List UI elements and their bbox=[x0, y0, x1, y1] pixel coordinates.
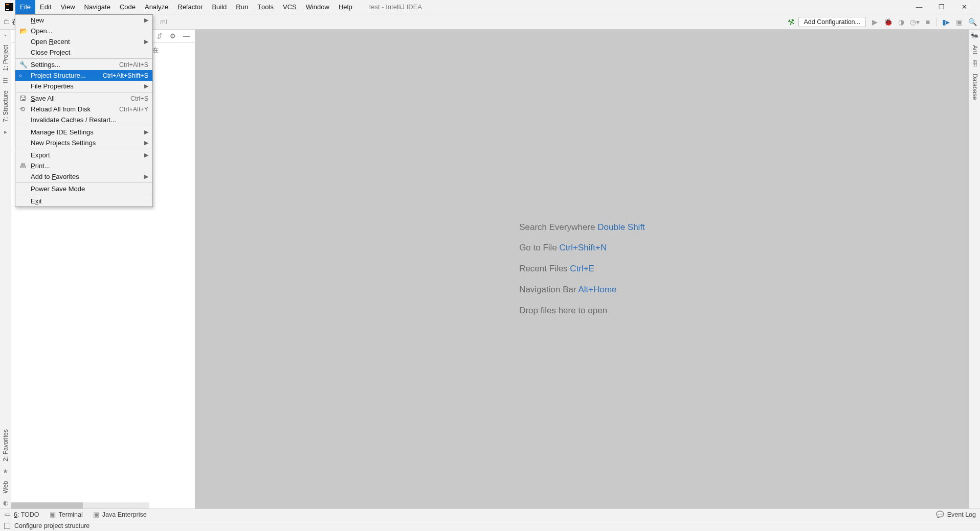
file-menu-item-exit[interactable]: Exit bbox=[15, 196, 152, 206]
submenu-arrow-icon: ▶ bbox=[144, 173, 148, 180]
menu-edit[interactable]: Edit bbox=[35, 0, 56, 14]
event-log-tab[interactable]: 💬 Event Log bbox=[936, 511, 976, 518]
vcs-icon[interactable]: ▮▸ bbox=[941, 18, 950, 26]
file-menu-item-open---[interactable]: 📂Open... bbox=[15, 26, 152, 36]
bottom-tab-6--todo[interactable]: ≔6: TODO bbox=[4, 511, 39, 518]
add-configuration-button[interactable]: Add Configuration... bbox=[798, 17, 866, 27]
horizontal-scrollbar[interactable] bbox=[11, 502, 149, 509]
minimize-button[interactable]: — bbox=[916, 3, 923, 11]
file-menu-item-close-project[interactable]: Close Project bbox=[15, 47, 152, 58]
file-menu-item-export[interactable]: Export▶ bbox=[15, 150, 152, 160]
menu-file[interactable]: File bbox=[15, 0, 35, 14]
tool-windows-toggle-icon[interactable] bbox=[4, 523, 10, 529]
menu-refactor[interactable]: Refactor bbox=[173, 0, 207, 14]
bottom-tool-bar: ≔6: TODO▣Terminal▣Java Enterprise 💬 Even… bbox=[0, 509, 980, 520]
star-icon: ★ bbox=[3, 468, 8, 475]
file-menu-item-save-all[interactable]: 🖫Save AllCtrl+S bbox=[15, 93, 152, 104]
pin-icon: ▸ bbox=[4, 128, 7, 135]
file-menu-item-new-projects-settings[interactable]: New Projects Settings▶ bbox=[15, 137, 152, 148]
svg-rect-2 bbox=[6, 9, 9, 10]
menu-item-label: Add to Favorites bbox=[31, 173, 144, 180]
menu-tools[interactable]: Tools bbox=[253, 0, 278, 14]
menu-run[interactable]: Run bbox=[231, 0, 253, 14]
menu-help[interactable]: Help bbox=[334, 0, 357, 14]
tool-tab-structure[interactable]: 7: Structure bbox=[2, 90, 9, 122]
submenu-arrow-icon: ▶ bbox=[144, 17, 148, 24]
event-log-label: Event Log bbox=[947, 511, 976, 518]
menu-window[interactable]: Window bbox=[301, 0, 334, 14]
submenu-arrow-icon: ▶ bbox=[144, 83, 148, 89]
menu-navigate[interactable]: Navigate bbox=[80, 0, 115, 14]
menubar: FileEditViewNavigateCodeAnalyzeRefactorB… bbox=[15, 0, 357, 14]
menu-item-label: Open Recent bbox=[31, 38, 144, 45]
menu-item-label: Export bbox=[31, 151, 144, 159]
menu-vcs[interactable]: VCS bbox=[278, 0, 301, 14]
submenu-arrow-icon: ▶ bbox=[144, 140, 148, 146]
menu-item-label: New bbox=[31, 16, 144, 24]
file-menu-item-open-recent[interactable]: Open Recent▶ bbox=[15, 36, 152, 47]
debug-icon[interactable]: 🐞 bbox=[883, 18, 893, 26]
tool-tab-favorites[interactable]: 2: Favorites bbox=[2, 429, 9, 461]
menu-item-icon: ▫ bbox=[19, 72, 31, 79]
coverage-icon[interactable]: ◑ bbox=[897, 18, 906, 26]
menu-item-label: Open... bbox=[31, 27, 148, 35]
stop-icon[interactable]: ■ bbox=[923, 18, 932, 26]
tool-tab-ant[interactable]: Ant bbox=[971, 45, 978, 54]
project-structure-icon[interactable]: ▣ bbox=[954, 18, 964, 26]
tool-tab-web[interactable]: Web bbox=[2, 481, 9, 493]
submenu-arrow-icon: ▶ bbox=[144, 152, 148, 158]
menu-item-label: File Properties bbox=[31, 82, 144, 90]
file-menu-item-manage-ide-settings[interactable]: Manage IDE Settings▶ bbox=[15, 127, 152, 137]
breadcrumb-file[interactable]: ml bbox=[160, 18, 167, 26]
file-menu-item-file-properties[interactable]: File Properties▶ bbox=[15, 81, 152, 91]
menu-item-shortcut: Ctrl+S bbox=[130, 95, 148, 102]
build-icon[interactable]: ⚒ bbox=[786, 16, 795, 27]
menu-item-label: Invalidate Caches / Restart... bbox=[31, 116, 148, 124]
status-text: Configure project structure bbox=[14, 522, 90, 529]
menu-item-label: Reload All from Disk bbox=[31, 105, 119, 113]
menu-item-label: Project Structure... bbox=[31, 72, 103, 79]
window-controls: — ❐ ✕ bbox=[916, 3, 980, 11]
file-menu-item-add-to-favorites[interactable]: Add to Favorites▶ bbox=[15, 171, 152, 182]
file-menu-item-invalidate-caches---restart---[interactable]: Invalidate Caches / Restart... bbox=[15, 114, 152, 125]
menu-item-icon: 🖶 bbox=[19, 162, 31, 170]
menu-item-label: Close Project bbox=[31, 49, 148, 56]
menu-item-icon: ⟲ bbox=[19, 105, 31, 113]
menu-item-label: New Projects Settings bbox=[31, 139, 144, 147]
run-icon[interactable]: ▶ bbox=[870, 18, 879, 26]
file-menu-item-settings---[interactable]: 🔧Settings...Ctrl+Alt+S bbox=[15, 59, 152, 70]
menu-build[interactable]: Build bbox=[207, 0, 231, 14]
tool-tab-project[interactable]: 1: Project bbox=[2, 45, 9, 71]
web-icon: ◐ bbox=[3, 499, 8, 506]
collapse-icon[interactable]: ⇵ bbox=[157, 32, 163, 40]
project-tab-icon: ▪ bbox=[4, 32, 6, 39]
menu-item-icon: 🔧 bbox=[19, 61, 31, 68]
search-everywhere-icon[interactable]: 🔍 bbox=[968, 18, 977, 26]
bottom-tab-terminal[interactable]: ▣Terminal bbox=[50, 511, 83, 518]
window-title: test - IntelliJ IDEA bbox=[369, 3, 422, 11]
file-menu-dropdown: New▶📂Open...Open Recent▶Close Project🔧Se… bbox=[15, 14, 153, 207]
file-menu-item-new[interactable]: New▶ bbox=[15, 15, 152, 26]
menu-item-icon: 📂 bbox=[19, 27, 31, 35]
file-menu-item-print---[interactable]: 🖶Print... bbox=[15, 160, 152, 171]
bottom-tab-java-enterprise[interactable]: ▣Java Enterprise bbox=[93, 511, 147, 518]
right-tool-gutter: 🐜 Ant 🗄 Database bbox=[969, 30, 980, 509]
settings-gear-icon[interactable]: ⚙ bbox=[170, 32, 176, 40]
structure-tab-icon: ☰ bbox=[3, 77, 8, 84]
maximize-button[interactable]: ❐ bbox=[938, 3, 945, 11]
file-menu-item-project-structure---[interactable]: ▫Project Structure...Ctrl+Alt+Shift+S bbox=[15, 70, 152, 81]
ant-icon: 🐜 bbox=[971, 32, 978, 39]
menu-code[interactable]: Code bbox=[115, 0, 140, 14]
editor-hint: Search Everywhere Double Shift bbox=[519, 217, 645, 238]
editor-empty-state: Search Everywhere Double ShiftGo to File… bbox=[195, 30, 969, 509]
menu-view[interactable]: View bbox=[56, 0, 79, 14]
tool-tab-database[interactable]: Database bbox=[971, 74, 978, 100]
editor-hint: Go to File Ctrl+Shift+N bbox=[519, 238, 645, 259]
profile-icon[interactable]: ◷▾ bbox=[910, 18, 919, 26]
menu-analyze[interactable]: Analyze bbox=[140, 0, 173, 14]
file-menu-item-power-save-mode[interactable]: Power Save Mode bbox=[15, 183, 152, 194]
hide-icon[interactable]: — bbox=[183, 32, 190, 40]
close-button[interactable]: ✕ bbox=[961, 3, 968, 11]
menu-item-shortcut: Ctrl+Alt+Shift+S bbox=[103, 72, 148, 79]
file-menu-item-reload-all-from-disk[interactable]: ⟲Reload All from DiskCtrl+Alt+Y bbox=[15, 104, 152, 114]
